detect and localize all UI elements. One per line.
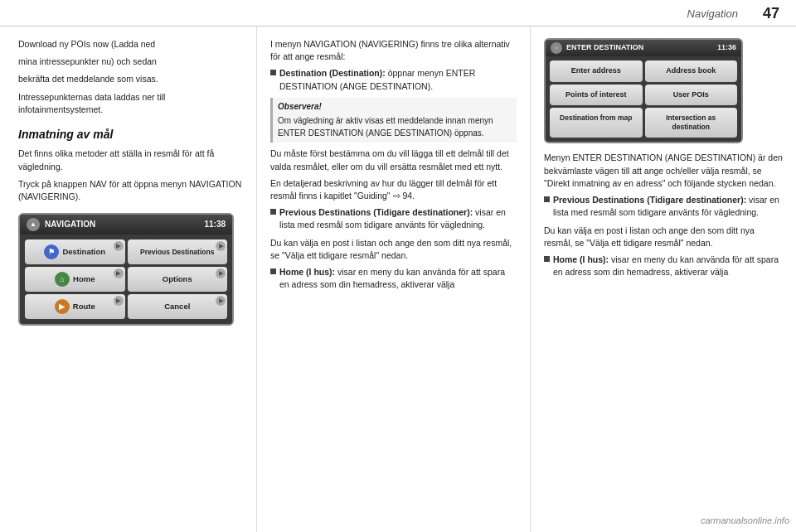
right-bullet1-title: Previous Destinations (Tidigare destinat…: [553, 195, 746, 205]
corner-icon5: ▶: [114, 296, 124, 306]
corner-icon3: ▶: [114, 268, 124, 278]
note-box: Observera! Om vägledning är aktiv visas …: [270, 98, 517, 143]
nav-screenshot: ▲ NAVIGATION 11:38 ⚑ Destination ▶ Previ…: [18, 213, 234, 326]
ed-btn-address-book[interactable]: Address book: [645, 60, 738, 82]
bullet-destination: Destination (Destination): öppnar menyn …: [270, 67, 517, 92]
left-column: Download ny POIs now (Ladda ned mina int…: [0, 27, 257, 532]
ed-btn-user-pois[interactable]: User POIs: [645, 85, 738, 106]
left-para6: Tryck på knappen NAV för att öppna menyn…: [18, 178, 243, 203]
bullet3-title: Home (I hus):: [279, 267, 335, 277]
right-bullet2-title: Home (I hus):: [553, 254, 609, 264]
ed-button-grid: Enter address Address book Points of int…: [546, 56, 741, 142]
bullet-icon: [270, 70, 276, 75]
corner-icon2: ▶: [216, 241, 226, 251]
nav-btn-destination[interactable]: ⚑ Destination ▶: [25, 239, 125, 264]
bullet-previous-dest: Previous Destinations (Tidigare destinat…: [270, 206, 517, 231]
bullet1-title: Destination (Destination):: [279, 68, 386, 78]
ed-time: 11:36: [717, 42, 736, 53]
bullet-icon2: [270, 209, 276, 215]
right-para1: Menyn ENTER DESTINATION (ANGE DESTINATIO…: [544, 152, 783, 190]
nav-title-label: NAVIGATION: [45, 219, 95, 231]
bullet2-title: Previous Destinations (Tidigare destinat…: [279, 207, 473, 217]
right-para2: Du kan välja en post i listan och ange d…: [544, 225, 783, 249]
mid-para1: Du måste först bestämma om du vill lägga…: [270, 148, 517, 172]
enter-dest-screenshot: ○ ENTER DESTINATION 11:36 Enter address …: [544, 38, 743, 143]
nav-button-grid: ⚑ Destination ▶ Previous Destinations ▶ …: [20, 235, 232, 324]
right-column: ○ ENTER DESTINATION 11:36 Enter address …: [531, 27, 796, 532]
right-bullet-icon2: [544, 256, 550, 262]
note-text: Om vägledning är aktiv visas ett meddela…: [278, 116, 493, 138]
corner-icon4: ▶: [216, 268, 226, 278]
nav-btn-previous-dest[interactable]: Previous Destinations ▶: [128, 239, 228, 264]
right-bullet1: Previous Destinations (Tidigare destinat…: [544, 194, 783, 219]
ed-title-label: ENTER DESTINATION: [566, 42, 643, 53]
note-label: Observera!: [278, 101, 512, 114]
mid-para2: En detaljerad beskrivning av hur du lägg…: [270, 177, 517, 202]
content-area: Download ny POIs now (Ladda ned mina int…: [0, 27, 796, 532]
right-bullet-icon1: [544, 196, 550, 202]
mid-para3: Du kan välja en post i listan och ange d…: [270, 237, 517, 262]
ed-btn-intersection[interactable]: Intersection as destination: [645, 108, 738, 138]
bullet-icon3: [270, 268, 276, 274]
nav-titlebar: ▲ NAVIGATION 11:38: [20, 215, 232, 235]
ed-btn-points[interactable]: Points of interest: [550, 85, 643, 106]
page-header: Navigation 47: [0, 0, 796, 27]
home-icon: ⌂: [55, 272, 70, 287]
page-number: 47: [763, 5, 779, 22]
route-icon: ▶: [55, 299, 70, 314]
ed-titlebar: ○ ENTER DESTINATION 11:36: [546, 40, 741, 56]
nav-btn-route[interactable]: ▶ Route ▶: [25, 294, 125, 319]
corner-icon: ▶: [114, 241, 124, 251]
left-para4: Intressepunkternas data laddas ner till …: [18, 91, 243, 116]
nav-btn-options[interactable]: Options ▶: [128, 267, 228, 292]
bullet-home: Home (I hus): visar en meny du kan använ…: [270, 266, 517, 291]
corner-icon6: ▶: [216, 296, 226, 306]
nav-btn-home[interactable]: ⌂ Home ▶: [25, 267, 125, 292]
mid-column: I menyn NAVIGATION (NAVIGERING) finns tr…: [257, 27, 531, 532]
left-para5: Det finns olika metoder att ställa in re…: [18, 148, 243, 172]
nav-time: 11:38: [204, 219, 226, 231]
destination-icon: ⚑: [44, 244, 59, 259]
nav-btn-cancel[interactable]: Cancel ▶: [128, 294, 228, 319]
ed-btn-dest-from-map[interactable]: Destination from map: [550, 108, 643, 138]
left-para2: mina intressepunkter nu) och sedan: [18, 56, 243, 68]
right-bullet2: Home (I hus): visar en meny du kan använ…: [544, 254, 783, 278]
chapter-title: Navigation: [687, 7, 738, 20]
ed-logo-icon: ○: [551, 42, 562, 54]
ed-btn-enter-address[interactable]: Enter address: [550, 60, 643, 82]
section-title-inmatning: Inmatning av mål: [18, 126, 243, 143]
left-para3: bekräfta det meddelande som visas.: [18, 73, 243, 85]
left-para1: Download ny POIs now (Ladda ned: [18, 38, 243, 51]
nav-logo-icon: ▲: [27, 218, 40, 231]
mid-intro: I menyn NAVIGATION (NAVIGERING) finns tr…: [270, 38, 517, 63]
watermark: carmanualsonline.info: [701, 515, 789, 525]
